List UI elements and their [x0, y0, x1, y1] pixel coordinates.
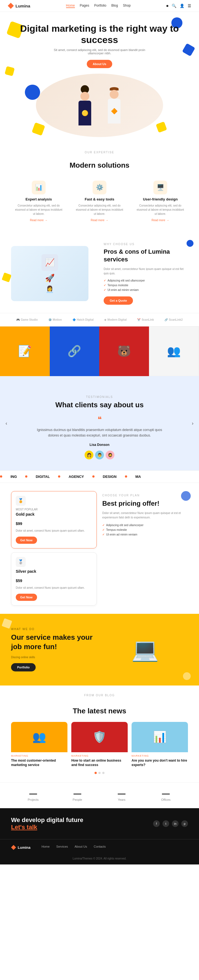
- blog-post-title-0[interactable]: The most customer-oriented marketing ser…: [11, 758, 67, 768]
- blog-post-title-1[interactable]: How to start an online business and find…: [71, 758, 128, 768]
- solution-card-0: 📊 Expert analysis Consectetur adipiscing…: [11, 176, 66, 226]
- partner-3: ◈ Modern Digital: [104, 318, 127, 321]
- avatar-2[interactable]: 🧔: [106, 450, 114, 460]
- stat-offices: — Offices: [144, 789, 188, 801]
- stat-people-number: —: [55, 789, 100, 798]
- collage-content-1: 🔗: [50, 326, 100, 376]
- gold-pack-btn[interactable]: Get Now: [16, 536, 37, 544]
- partners-bar: 🎮 Game Studio ⚙️ Motion 🔷 Hatch Digital …: [0, 313, 199, 326]
- silver-pack-btn[interactable]: Get Now: [16, 594, 37, 601]
- nav-dot: [166, 5, 169, 7]
- blog-dot-0[interactable]: [95, 772, 97, 774]
- footer-nav-home[interactable]: Home: [42, 845, 50, 852]
- stat-years-label: Years: [100, 798, 144, 801]
- solution-icon-2: 🖥️: [153, 181, 167, 194]
- footer-logo-icon: [11, 845, 16, 850]
- testimonial-next[interactable]: ›: [192, 420, 194, 426]
- solution-more-0[interactable]: Read more →: [14, 219, 63, 222]
- avatar-1[interactable]: 👨: [95, 450, 104, 460]
- footer-logo: Lumina: [11, 845, 30, 850]
- silver-pack-icon: 🥈: [16, 557, 26, 567]
- hero-cta-button[interactable]: About Us: [87, 60, 112, 68]
- nav-blog[interactable]: Blog: [111, 3, 118, 8]
- pros-img-content: 📈 🚀 👩‍💼: [42, 254, 58, 293]
- solution-desc-2: Consectetur adipiscing elit, sed do eius…: [136, 204, 185, 216]
- nav-pages[interactable]: Pages: [80, 3, 89, 8]
- solution-desc-1: Consectetur adipiscing elit, sed do eius…: [75, 204, 124, 216]
- deco-pricing-blob: [181, 491, 191, 501]
- nav-shop[interactable]: Shop: [123, 3, 131, 8]
- footer-nav-services[interactable]: Services: [56, 845, 68, 852]
- hero-puzzle-lb: [32, 122, 45, 136]
- footer-nav: Home Services About Us Contacts: [42, 845, 106, 852]
- stat-years: — Years: [100, 789, 144, 801]
- gold-pack-price: $99: [16, 518, 92, 527]
- pricing-check-2: ✓Ut enim ad minim veniam: [102, 533, 188, 536]
- search-icon[interactable]: 🔍: [172, 3, 177, 8]
- deco-service-blob: [183, 672, 191, 680]
- nav-portfolio[interactable]: Portfolio: [94, 3, 106, 8]
- stat-years-number: —: [100, 789, 144, 798]
- footer-cta-link[interactable]: Let's talk: [11, 824, 37, 830]
- stat-projects-number: —: [11, 789, 55, 798]
- blog-dot-2[interactable]: [102, 772, 104, 774]
- testimonials-title: What clients say about us: [17, 401, 182, 409]
- gold-pack-icon: 🏅: [16, 496, 26, 506]
- avatar-0[interactable]: 👩: [85, 450, 93, 460]
- gold-pack-desc: Dolor sit amet, consect Nunc ipsum quam …: [16, 528, 92, 533]
- pros-person-icon: 👩‍💼: [46, 285, 54, 293]
- logo[interactable]: Lumina: [8, 3, 30, 9]
- footer-social-p[interactable]: p: [181, 820, 188, 827]
- solution-more-2[interactable]: Read more →: [136, 219, 185, 222]
- service-portfolio-button[interactable]: Portfolio: [11, 663, 36, 671]
- footer-social-f[interactable]: f: [153, 820, 160, 827]
- figure-left-puzzle: 🟡: [82, 110, 88, 116]
- brand-name: Lumina: [16, 3, 30, 8]
- footer-cta-text: We develop digital future Let's talk: [11, 816, 83, 831]
- hero-subtitle: Sit amet, consect adipiscing elit, sed d…: [53, 48, 146, 55]
- silver-pack-price: $59: [16, 575, 92, 584]
- user-icon[interactable]: 👤: [180, 3, 185, 8]
- testimonial-author: Lisa Donson: [17, 443, 182, 447]
- modern-solutions-section: Modern solutions 📊 Expert analysis Conse…: [0, 156, 199, 234]
- stat-projects: — Projects: [11, 789, 55, 801]
- silver-pack-name: Silver pack: [16, 569, 92, 574]
- check-item-0: ✓Adipiscing elit sed ullamcorper: [104, 279, 188, 282]
- footer-nav-about[interactable]: About Us: [75, 845, 87, 852]
- solution-card-1: ⚙️ Fast & easy tools Consectetur adipisc…: [72, 176, 127, 226]
- testimonials-label: TESTIMONIALS: [17, 395, 182, 398]
- blog-thumb-1: 🛡️: [71, 722, 128, 752]
- pros-cta-button[interactable]: Get a Quote: [104, 296, 133, 305]
- solution-icon-1: ⚙️: [93, 181, 106, 194]
- solution-title-1: Fast & easy tools: [75, 197, 124, 201]
- ticker-inner: ING DIGITAL AGENCY DESIGN MA: [0, 474, 199, 479]
- why-label: WHY CHOOSE US: [104, 243, 188, 246]
- footer-copyright: Lumina/Themes © 2024. All rights reserve…: [11, 857, 188, 860]
- footer-social-in[interactable]: in: [172, 820, 178, 827]
- collage-content-0: 📝: [0, 326, 50, 376]
- deco-puzzle-bl: [5, 66, 15, 76]
- footer-social-t[interactable]: t: [162, 820, 169, 827]
- blog-post-title-2[interactable]: Are you sure you don't want to hire expe…: [132, 758, 188, 768]
- solution-desc-0: Consectetur adipiscing elit, sed do eius…: [14, 204, 63, 216]
- testimonial-prev[interactable]: ‹: [5, 420, 7, 426]
- nav-home[interactable]: Home: [66, 3, 75, 8]
- pros-cons-desc: Dolor sit amet, consecteteur Nunc ipsum …: [104, 267, 188, 276]
- pricing-desc: Dolor sit amet, consecteteur Nunc ipsum …: [102, 511, 188, 520]
- footer-nav-contacts[interactable]: Contacts: [94, 845, 106, 852]
- stat-offices-label: Offices: [144, 798, 188, 801]
- collage: 📝 🔗 🐻 👥: [0, 326, 199, 376]
- stats-bar: — Projects — People — Years — Offices: [0, 782, 199, 808]
- solutions-grid: 📊 Expert analysis Consectetur adipiscing…: [11, 176, 188, 226]
- pros-chart-icon: 📈: [42, 254, 58, 271]
- pros-content: WHY CHOOSE US Pros & cons of Lumina serv…: [104, 243, 188, 305]
- collage-content-2: 🐻: [99, 326, 149, 376]
- blog-meta-0: MARKETING: [11, 754, 67, 757]
- solution-icon-0: 📊: [32, 181, 46, 194]
- hero-blob-left: [25, 85, 40, 100]
- solution-more-1[interactable]: Read more →: [75, 219, 124, 222]
- blog-thumb-0: 👥: [11, 722, 67, 752]
- pricing-card-gold: 🏅 MOST POPULAR Gold pack $99 Dolor sit a…: [11, 491, 97, 549]
- menu-icon[interactable]: ☰: [188, 3, 191, 8]
- blog-dot-1[interactable]: [98, 772, 101, 774]
